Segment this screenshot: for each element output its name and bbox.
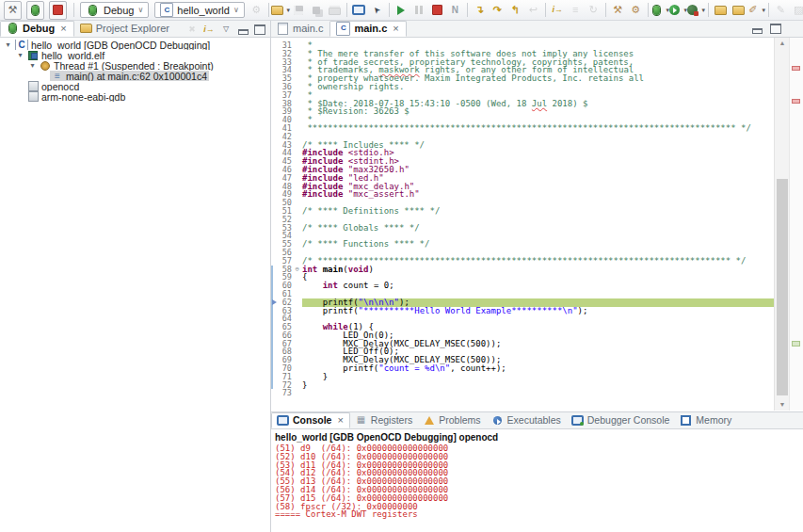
- min-icon: [750, 22, 764, 36]
- code-text: int main(void): [302, 266, 775, 274]
- open-project-button[interactable]: [713, 2, 729, 19]
- instruction-stepping-button[interactable]: i→: [550, 2, 566, 19]
- tab-memory-label: Memory: [696, 414, 731, 426]
- code-line[interactable]: 39 * $Revision: 36263 $: [271, 107, 775, 116]
- fold-spacer: [292, 298, 302, 307]
- tool-c2-icon: ⚙: [629, 3, 643, 17]
- toolbar-separator: [268, 3, 269, 17]
- select-pointer-button[interactable]: ➤: [369, 2, 385, 19]
- terminate-debug-button[interactable]: [429, 2, 445, 19]
- code-line[interactable]: 60 int count = 0;: [271, 282, 775, 290]
- minimize-editor-button[interactable]: [749, 20, 765, 37]
- console-tabbar: Console×▦RegistersProblemsExecutablesDeb…: [271, 412, 803, 429]
- tab-debugger-console[interactable]: Debugger Console: [567, 412, 676, 428]
- tree-item[interactable]: ≡main() at main.c:62 0x100001c4: [0, 71, 269, 81]
- gutter[interactable]: 73: [271, 389, 302, 397]
- code-line[interactable]: 36 * ownership rights.: [271, 83, 775, 91]
- code-line[interactable]: 70 printf("count = %d\n", count++);: [271, 364, 775, 373]
- close-icon[interactable]: ×: [337, 414, 343, 426]
- step-over-icon: ↷: [490, 3, 505, 17]
- fold-spacer: [292, 207, 302, 216]
- code-editor[interactable]: 31 *32 * The mere transfer of this softw…: [271, 38, 775, 411]
- step-return-button[interactable]: ↰: [507, 2, 523, 19]
- code-line[interactable]: 55/* **** Functions **** */: [271, 240, 775, 249]
- tree-item-label: hello_world.elf: [41, 50, 104, 60]
- search-button[interactable]: ✐▼: [748, 2, 764, 19]
- step-over-button[interactable]: ↷: [490, 2, 506, 19]
- tab-project-explorer[interactable]: Project Explorer: [74, 21, 176, 37]
- debug-button[interactable]: [26, 1, 44, 20]
- main-toolbar: ⚒Debug∨Chello_world∨⚙▼➤N↴↷↰↩i→≡↻⚒⚙▼▼▼✐▼✎…: [0, 0, 803, 21]
- twisty-expanded-icon[interactable]: ▾: [27, 61, 38, 70]
- tab-debug[interactable]: Debug×: [0, 21, 74, 37]
- tab-main-c[interactable]: Cmain.c×: [329, 21, 406, 37]
- terminate-launch-button[interactable]: [49, 1, 67, 20]
- twisty-expanded-icon[interactable]: ▾: [15, 51, 25, 59]
- fold-collapse-icon[interactable]: ⊖: [292, 266, 302, 274]
- code-line[interactable]: 51/* **** Definitions **** */: [271, 207, 775, 216]
- folder-icon: [80, 23, 92, 35]
- fold-spacer: [292, 381, 302, 390]
- open-console-button[interactable]: [351, 2, 367, 19]
- bug-icon: [650, 3, 664, 17]
- tree-item[interactable]: openocd: [0, 81, 269, 91]
- overview-ruler[interactable]: [789, 38, 803, 411]
- build-project-button[interactable]: ⚒: [610, 2, 626, 19]
- code-line[interactable]: 63 printf("**********Hello World Example…: [271, 307, 775, 315]
- tab-memory[interactable]: Memory: [675, 412, 737, 428]
- focus-on-stack-button[interactable]: i→: [201, 22, 217, 37]
- resume-button[interactable]: [393, 2, 410, 19]
- restart-icon: ↻: [586, 3, 601, 17]
- code-text: printf("**********Hello World Example***…: [302, 307, 775, 315]
- gear-icon: ⚙: [249, 3, 264, 17]
- folder-new-icon: [270, 3, 284, 17]
- scrollbar-up-icon[interactable]: ▲: [775, 38, 790, 49]
- tab-console[interactable]: Console×: [271, 412, 350, 428]
- scrollbar-thumb[interactable]: [777, 179, 788, 395]
- minimize-view-button[interactable]: [235, 22, 250, 37]
- debug-dropdown-button[interactable]: ▼: [652, 2, 668, 19]
- build-button[interactable]: ⚒: [4, 1, 22, 20]
- maximize-view-button[interactable]: [252, 22, 267, 37]
- twisty-expanded-icon[interactable]: ▾: [3, 40, 13, 49]
- close-icon[interactable]: ×: [393, 23, 398, 34]
- fold-spacer: [292, 224, 302, 233]
- run-dropdown-button[interactable]: ▼: [670, 2, 686, 19]
- maximize-editor-button[interactable]: [767, 20, 783, 37]
- tab-executables[interactable]: Executables: [487, 412, 567, 428]
- close-icon[interactable]: ×: [60, 23, 66, 34]
- profile-dropdown-button[interactable]: ▼: [688, 2, 704, 19]
- code-line[interactable]: 58⊖int main(void): [271, 266, 775, 274]
- fold-spacer: [292, 249, 302, 257]
- code-line[interactable]: 49#include "mxc_assert.h": [271, 190, 775, 199]
- spelling-annotation-mark[interactable]: [792, 99, 800, 104]
- monitor-icon: [352, 3, 366, 17]
- spelling-annotation-mark[interactable]: [792, 66, 800, 71]
- editor-scrollbar[interactable]: ▲ ▼: [774, 38, 790, 411]
- launch-config-combo[interactable]: Chello_world∨: [154, 2, 245, 18]
- tab-main-c-header[interactable]: main.c: [271, 21, 329, 37]
- scrollbar-down-icon[interactable]: ▼: [775, 399, 790, 411]
- code-line[interactable]: 41 *************************************…: [271, 124, 775, 133]
- current-line-annotation-mark[interactable]: [792, 341, 800, 347]
- launch-mode-combo[interactable]: Debug∨: [80, 2, 149, 18]
- tree-item[interactable]: ▾Chello_world [GDB OpenOCD Debugging]: [0, 40, 269, 50]
- code-line[interactable]: 73: [271, 389, 775, 397]
- new-c-project-button[interactable]: ⚙: [628, 2, 644, 19]
- disconnect-button[interactable]: N: [447, 2, 463, 19]
- code-line[interactable]: 71 }: [271, 373, 775, 381]
- fold-spacer: [292, 282, 302, 290]
- step-into-button[interactable]: ↴: [472, 2, 488, 19]
- tab-problems[interactable]: Problems: [418, 412, 486, 428]
- stop-icon: [430, 3, 444, 17]
- tree-item[interactable]: arm-none-eabi-gdb: [0, 91, 269, 102]
- new-wizard-button[interactable]: ▼: [273, 2, 289, 19]
- tree-item[interactable]: ▾hello_world.elf: [0, 50, 269, 60]
- tab-executables-label: Executables: [507, 414, 561, 426]
- code-line[interactable]: 53/* **** Globals **** */: [271, 224, 775, 233]
- view-menu-button[interactable]: ▽: [218, 22, 233, 37]
- tab-registers[interactable]: ▦Registers: [350, 412, 418, 428]
- tree-item[interactable]: ▾Thread #1 (Suspended : Breakpoint): [0, 60, 269, 71]
- code-line[interactable]: 72}: [271, 381, 775, 390]
- close-project-button[interactable]: [731, 2, 747, 19]
